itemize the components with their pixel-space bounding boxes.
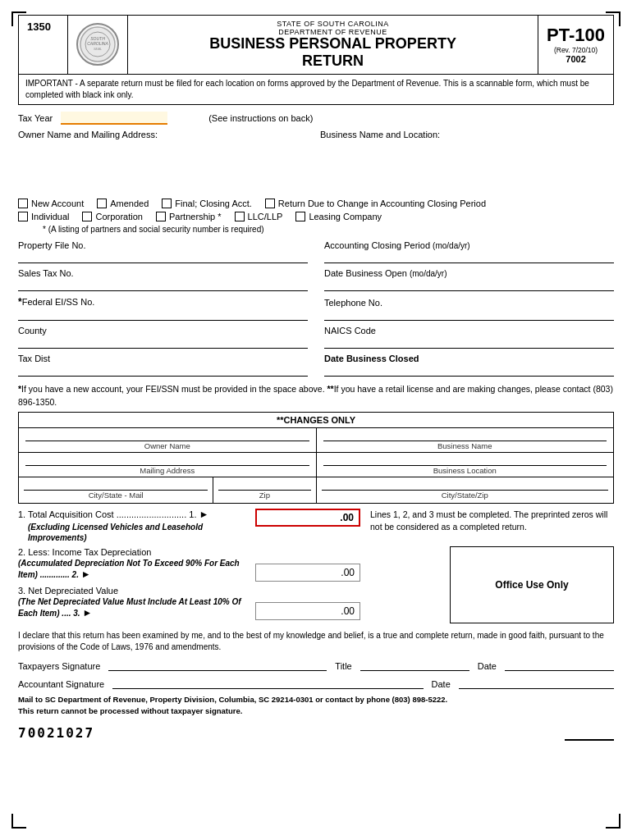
date-open-input[interactable] <box>324 278 614 291</box>
line2-label: 2. Less: Income Tax Depreciation (Accumu… <box>18 546 252 582</box>
checkbox-label-leasing: Leasing Company <box>309 212 382 221</box>
naics-input[interactable] <box>324 336 614 349</box>
checkbox-label-llc: LLC/LLP <box>248 212 283 221</box>
checkbox-box-corporation[interactable] <box>82 212 92 221</box>
line2-input-wrapper: .00 <box>255 546 362 582</box>
business-name-input[interactable] <box>323 430 607 441</box>
state-label: STATE OF SOUTH CAROLINA <box>136 20 529 28</box>
business-label: Business Name and Location: <box>320 130 614 139</box>
date-label: Date <box>478 661 497 671</box>
telephone-input[interactable] <box>324 308 614 321</box>
business-location-input[interactable] <box>323 454 607 466</box>
checkbox-amended[interactable]: Amended <box>97 199 149 208</box>
partners-note: * (A listing of partners and social secu… <box>43 225 614 234</box>
checkbox-corporation[interactable]: Corporation <box>82 212 142 221</box>
line1-note: Lines 1, 2, and 3 must be completed. The… <box>362 509 614 543</box>
mail-info: Mail to SC Department of Revenue, Proper… <box>18 694 614 718</box>
taxpayer-sig-label: Taxpayers Signature <box>18 661 100 671</box>
changes-row-3: City/State - Mail Zip City/State/Zip <box>19 477 613 503</box>
date2-input[interactable] <box>459 676 614 689</box>
federal-ein-field: *Federal EI/SS No. <box>18 296 308 321</box>
form-title-block: STATE OF SOUTH CAROLINA DEPARTMENT OF RE… <box>128 16 538 74</box>
title-input[interactable] <box>360 658 469 671</box>
city-state-zip-input[interactable] <box>322 479 609 491</box>
checkbox-return-due[interactable]: Return Due to Change in Accounting Closi… <box>265 199 486 208</box>
checkbox-partnership[interactable]: Partnership * <box>156 212 222 221</box>
form-year: 7002 <box>566 54 585 64</box>
important-notice: IMPORTANT - A separate return must be fi… <box>18 75 614 105</box>
tax-year-row: Tax Year (See instructions on back) <box>18 112 614 125</box>
checkbox-box-new-account[interactable] <box>18 199 28 208</box>
checkbox-llc[interactable]: LLC/LLP <box>235 212 283 221</box>
changes-row-1: Owner Name Business Name <box>19 428 613 452</box>
barcode-number: 70021027 <box>18 725 94 741</box>
date-open-label: Date Business Open <box>324 268 407 278</box>
form-number: 1350 <box>19 16 68 74</box>
tax-dist-label: Tax Dist <box>18 354 50 363</box>
line3-value: .00 <box>341 605 355 617</box>
county-input[interactable] <box>18 336 308 349</box>
checkbox-box-llc[interactable] <box>235 212 245 221</box>
svg-text:SEAL: SEAL <box>94 47 102 51</box>
mail-line2: This return cannot be processed without … <box>18 706 242 715</box>
accountant-sig-input[interactable] <box>112 676 423 689</box>
line1-input[interactable]: .00 <box>255 509 360 527</box>
checkbox-leasing[interactable]: Leasing Company <box>295 212 382 221</box>
line1-label: 1. Total Acquisition Cost ..............… <box>18 509 252 543</box>
checkbox-box-individual[interactable] <box>18 212 28 221</box>
checkbox-box-final[interactable] <box>162 199 172 208</box>
line3-sublabel: (The Net Depreciated Value Must Include … <box>18 596 247 620</box>
date-closed-input[interactable] <box>324 363 614 377</box>
city-state-mail-input[interactable] <box>24 479 208 491</box>
checkbox-box-amended[interactable] <box>97 199 107 208</box>
footer-line <box>565 739 614 741</box>
checkbox-box-return-due[interactable] <box>265 199 275 208</box>
checkbox-label-return-due: Return Due to Change in Accounting Closi… <box>278 199 486 208</box>
owner-name-input[interactable] <box>25 430 309 441</box>
footer-row: 70021027 <box>18 725 614 741</box>
tax-year-field[interactable] <box>61 112 167 125</box>
owner-col: Owner Name and Mailing Address: <box>18 130 312 190</box>
declaration-text: I declare that this return has been exam… <box>18 630 614 653</box>
line2-value: .00 <box>341 567 355 578</box>
checkbox-final[interactable]: Final; Closing Acct. <box>162 199 252 208</box>
line2-input[interactable]: .00 <box>255 564 360 582</box>
checkbox-label-final: Final; Closing Acct. <box>175 199 252 208</box>
title-label: Title <box>335 661 351 671</box>
checkbox-label-individual: Individual <box>31 212 69 221</box>
date-input[interactable] <box>505 658 614 671</box>
property-file-input[interactable] <box>18 250 308 263</box>
accounting-period-label: Accounting Closing Period <box>324 240 430 250</box>
form-id-block: PT-100 (Rev. 7/20/10) 7002 <box>538 16 613 74</box>
revision: (Rev. 7/20/10) <box>554 46 598 54</box>
checkbox-individual[interactable]: Individual <box>18 212 69 221</box>
form-title-line1: BUSINESS PERSONAL PROPERTY <box>136 36 529 52</box>
mail-line1: Mail to SC Department of Revenue, Proper… <box>18 695 447 704</box>
tax-dist-input[interactable] <box>18 363 308 377</box>
barcode-text: 70021027 <box>18 725 94 741</box>
sales-tax-input[interactable] <box>18 278 308 291</box>
zip-input[interactable] <box>218 479 310 491</box>
see-instructions: (See instructions on back) <box>208 113 313 123</box>
county-label: County <box>18 326 47 336</box>
zip-label: Zip <box>218 491 310 501</box>
mailing-address-input[interactable] <box>25 454 309 466</box>
fein-warning: *If you have a new account, your FEI/SSN… <box>18 383 614 409</box>
naics-label: NAICS Code <box>324 326 376 336</box>
checkbox-row-1: New Account Amended Final; Closing Acct.… <box>18 199 614 208</box>
checkbox-row-2: Individual Corporation Partnership * LLC… <box>18 212 614 221</box>
checkbox-box-partnership[interactable] <box>156 212 166 221</box>
line3-input[interactable]: .00 <box>255 602 360 620</box>
checkbox-new-account[interactable]: New Account <box>18 199 84 208</box>
accounting-period-input[interactable] <box>324 250 614 263</box>
changes-row-2: Mailing Address Business Location <box>19 452 613 477</box>
sc-seal: SOUTH CAROLINA SEAL <box>76 23 119 66</box>
checkbox-label-partnership: Partnership * <box>169 212 222 221</box>
city-state-mail-col: City/State - Mail <box>19 477 213 503</box>
taxpayer-sig-input[interactable] <box>108 658 327 671</box>
checkbox-box-leasing[interactable] <box>295 212 305 221</box>
accountant-sig-label: Accountant Signature <box>18 679 104 689</box>
sales-tax-field: Sales Tax No. <box>18 268 308 291</box>
checkbox-label-corporation: Corporation <box>95 212 142 221</box>
federal-ein-input[interactable] <box>18 308 308 321</box>
